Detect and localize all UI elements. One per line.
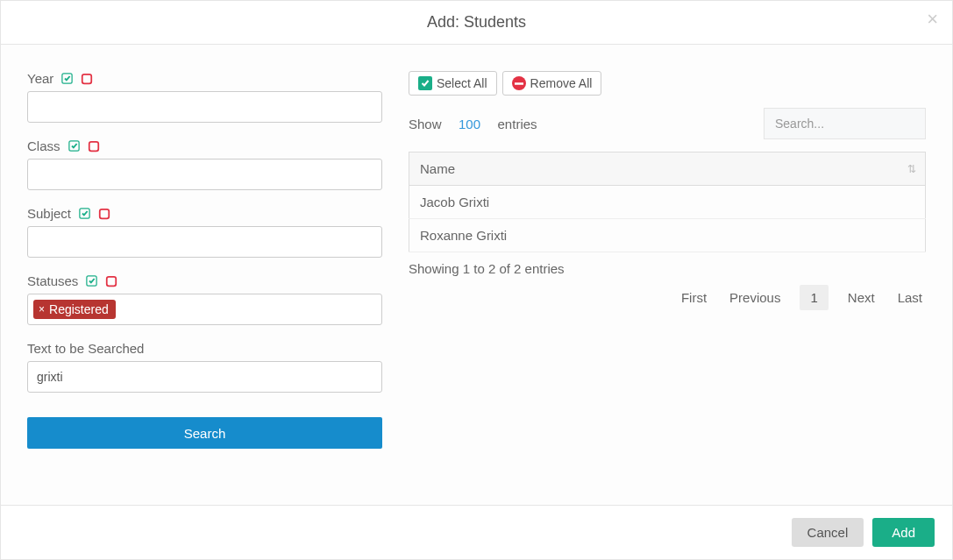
statuses-input[interactable]: × Registered [27, 294, 382, 325]
cell-name: Jacob Grixti [409, 186, 926, 219]
table-search-input[interactable] [764, 108, 926, 139]
table-controls-row: Show entries [409, 108, 926, 139]
year-group: Year [27, 71, 382, 123]
show-label: Show [409, 117, 442, 131]
svg-rect-5 [100, 209, 110, 218]
modal-body: Year Class [1, 45, 952, 505]
svg-rect-3 [89, 141, 98, 151]
page-first[interactable]: First [678, 285, 710, 310]
modal-title: Add: Students [427, 13, 526, 31]
add-button[interactable]: Add [872, 518, 935, 547]
page-last[interactable]: Last [894, 285, 926, 310]
add-students-modal: Add: Students × Year Class [0, 0, 953, 560]
page-next[interactable]: Next [844, 285, 878, 310]
close-icon[interactable]: × [927, 10, 938, 29]
text-search-input[interactable] [27, 361, 382, 393]
entries-count-input[interactable] [454, 116, 486, 132]
table-row[interactable]: Jacob Grixti [409, 186, 926, 219]
results-toolbar: Select All Remove All [409, 71, 926, 96]
class-input[interactable] [27, 159, 382, 190]
select-all-icon [418, 76, 432, 90]
text-search-group: Text to be Searched [27, 341, 382, 393]
subject-label: Subject [27, 206, 71, 221]
checkmark-icon[interactable] [85, 274, 98, 287]
pagination: First Previous 1 Next Last [409, 285, 926, 310]
remove-all-button[interactable]: Remove All [502, 71, 602, 96]
svg-rect-1 [82, 74, 92, 83]
status-tag-label: Registered [49, 302, 109, 316]
checkmark-icon[interactable] [78, 207, 91, 220]
subject-input[interactable] [27, 226, 382, 258]
results-table: Name ⇅ Jacob Grixti Roxanne Grixti [409, 152, 926, 252]
select-all-button[interactable]: Select All [409, 71, 497, 96]
results-panel: Select All Remove All Show entries [409, 71, 926, 496]
clear-icon[interactable] [88, 140, 100, 152]
search-button[interactable]: Search [27, 417, 382, 449]
class-label: Class [27, 138, 60, 153]
remove-tag-icon[interactable]: × [39, 303, 45, 315]
remove-all-label: Remove All [530, 76, 593, 90]
svg-rect-7 [107, 276, 117, 286]
select-all-label: Select All [437, 76, 487, 90]
checkmark-icon[interactable] [60, 72, 74, 85]
column-header-name[interactable]: Name ⇅ [409, 152, 926, 186]
text-search-label: Text to be Searched [27, 341, 144, 356]
statuses-group: Statuses × Registered [27, 273, 382, 325]
table-row[interactable]: Roxanne Grixti [409, 219, 926, 252]
page-previous[interactable]: Previous [726, 285, 784, 310]
remove-all-icon [512, 76, 526, 90]
modal-footer: Cancel Add [1, 505, 952, 559]
year-input[interactable] [27, 91, 382, 123]
statuses-label: Statuses [27, 273, 78, 288]
cancel-button[interactable]: Cancel [792, 518, 864, 547]
table-info: Showing 1 to 2 of 2 entries [409, 261, 926, 276]
year-label: Year [27, 71, 53, 86]
modal-header: Add: Students × [1, 1, 952, 45]
svg-rect-8 [515, 82, 523, 85]
entries-label: entries [498, 117, 537, 131]
clear-icon[interactable] [98, 208, 110, 220]
sort-icon: ⇅ [907, 163, 916, 175]
checkmark-icon[interactable] [68, 139, 81, 152]
subject-group: Subject [27, 206, 382, 258]
clear-icon[interactable] [105, 275, 117, 287]
filter-panel: Year Class [27, 71, 382, 496]
cell-name: Roxanne Grixti [409, 219, 926, 252]
page-current[interactable]: 1 [800, 285, 828, 310]
class-group: Class [27, 138, 382, 190]
clear-icon[interactable] [81, 73, 93, 85]
status-tag-registered: × Registered [33, 300, 116, 319]
